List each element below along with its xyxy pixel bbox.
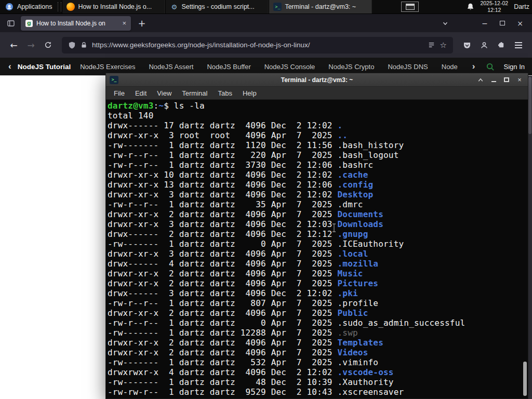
mouse-cursor-ibeam: [331, 223, 337, 232]
clock-time: 12:12: [480, 7, 508, 14]
taskbar-button-label: How to Install Node.js o...: [78, 3, 161, 10]
terminal-line: drwx------ 17 dartz dartz 4096 Dec 2 12:…: [108, 121, 528, 130]
bookmark-star-icon[interactable]: ☆: [440, 41, 447, 50]
url-bar[interactable]: https://www.geeksforgeeks.org/node-js/in…: [62, 37, 453, 54]
firefox-icon: [66, 3, 75, 11]
sitenav-item[interactable]: NodeJS DNS: [388, 63, 428, 71]
menu-file[interactable]: File: [109, 89, 130, 97]
sign-in-button[interactable]: Sign In: [504, 63, 525, 71]
list-all-tabs-chevron-icon[interactable]: [437, 17, 453, 30]
top-panel: Applications How to Install Node.js o...…: [0, 0, 532, 14]
panel-clock[interactable]: 2025-12-02 12:12: [480, 0, 508, 13]
lock-icon[interactable]: [81, 41, 87, 49]
file-meta: drwxr-xr-x 3 dartz dartz 4096 Apr 7 2025: [108, 249, 337, 259]
nav-scroll-left-icon[interactable]: ‹: [7, 61, 12, 72]
terminal-line: -rw------- 1 dartz dartz 12288 Apr 7 202…: [108, 328, 528, 338]
file-meta: drwx------ 17 dartz dartz 4096 Dec 2 12:…: [108, 121, 337, 130]
applications-icon: [5, 3, 14, 11]
file-name: .local: [337, 249, 368, 259]
file-meta: -rw-rw-r-- 1 dartz dartz 9529 Dec 2 10:4…: [108, 387, 337, 397]
taskbar-button[interactable]: ⚙Settings - codium script...: [165, 0, 269, 14]
sitenav-primary-link[interactable]: NodeJS Tutorial: [18, 63, 71, 71]
panel-status-area: 2025-12-02 12:12 Dartz: [467, 0, 532, 14]
sitenav-item[interactable]: NodeJS Console: [264, 63, 315, 71]
terminal-scrollbar-thumb[interactable]: [523, 362, 527, 396]
file-name: Pictures: [337, 278, 378, 288]
tracking-shield-icon[interactable]: [68, 41, 76, 49]
extensions-icon[interactable]: [493, 37, 510, 54]
account-icon[interactable]: [475, 37, 493, 54]
url-text[interactable]: https://www.geeksforgeeks.org/node-js/in…: [92, 41, 423, 49]
terminal-line: drwx------ 4 dartz dartz 4096 Apr 7 2025…: [108, 259, 528, 269]
sitenav-item[interactable]: NodeJS Crypto: [328, 63, 374, 71]
sitenav-item[interactable]: NodeJS Assert: [149, 63, 193, 71]
taskbar-button[interactable]: How to Install Node.js o...: [62, 0, 165, 14]
shade-button[interactable]: [476, 75, 485, 84]
menu-terminal[interactable]: Terminal: [177, 89, 212, 97]
window-maximize-button[interactable]: [494, 17, 511, 30]
terminal-menubar: FileEditViewTerminalTabsHelp: [106, 87, 528, 100]
sitenav-item[interactable]: NodeJS Buffer: [207, 63, 250, 71]
file-name: .dmrc: [337, 200, 363, 209]
tray-terminal-launcher[interactable]: [401, 2, 419, 12]
minimize-icon: [491, 81, 496, 82]
nav-scroll-right-icon[interactable]: ›: [471, 61, 476, 72]
tab-title: How to Install Node.js on: [36, 20, 118, 27]
sitenav-item[interactable]: Node: [442, 63, 458, 71]
window-controls: − ×: [437, 17, 529, 30]
terminal-line: -rw------- 1 dartz dartz 48 Dec 2 10:39 …: [108, 377, 528, 387]
new-tab-button[interactable]: +: [134, 17, 150, 30]
navigation-toolbar: ← → https://www.geeksforgeeks.org/node-j…: [0, 32, 532, 58]
file-name: .Xauthority: [337, 377, 393, 387]
maximize-button[interactable]: [502, 75, 511, 84]
tab-close-icon[interactable]: ×: [122, 19, 126, 27]
terminal-line: drwxr-xr-x 2 dartz dartz 4096 Apr 7 2025…: [108, 338, 528, 348]
menu-tabs[interactable]: Tabs: [212, 89, 237, 97]
pocket-icon[interactable]: [458, 37, 475, 54]
page-scrollbar[interactable]: [528, 76, 532, 399]
sitenav-item[interactable]: NodeJS Exercises: [80, 63, 135, 71]
menu-help[interactable]: Help: [237, 89, 262, 97]
sitenav-right: › Sign In: [467, 61, 525, 72]
file-name: ..: [337, 130, 348, 140]
file-name: .viminfo: [337, 357, 378, 367]
file-name: .swp: [337, 328, 357, 338]
terminal-titlebar[interactable]: >_ Terminal - dartz@vm3: ~ ×: [106, 73, 528, 87]
file-name: .bashrc: [337, 160, 373, 170]
window-close-button[interactable]: ×: [511, 17, 529, 30]
taskbar-button-label: Terminal - dartz@vm3: ~: [285, 3, 367, 10]
terminal-line: -rw------- 1 dartz dartz 0 Apr 7 2025 .I…: [108, 239, 528, 249]
user-menu[interactable]: Dartz: [514, 3, 529, 10]
file-name: .bash_logout: [337, 150, 398, 160]
file-name: Public: [337, 308, 368, 318]
search-icon[interactable]: [486, 62, 495, 71]
terminal-line: drwxr-xr-x 10 dartz dartz 4096 Dec 2 12:…: [108, 170, 528, 180]
browser-tab[interactable]: g How to Install Node.js on ×: [21, 16, 131, 31]
terminal-prompt-line: dartz@vm3:~$ ls -la: [108, 101, 528, 111]
notification-bell-icon[interactable]: [467, 3, 474, 11]
minimize-button[interactable]: [489, 75, 498, 84]
menu-edit[interactable]: Edit: [130, 89, 152, 97]
reader-mode-icon[interactable]: [428, 41, 435, 49]
menu-view[interactable]: View: [152, 89, 177, 97]
file-name: Documents: [337, 209, 383, 219]
page-scrollbar-thumb[interactable]: [528, 77, 531, 134]
terminal-line: drwxr-xr-x 3 dartz dartz 4096 Dec 2 12:0…: [108, 219, 528, 229]
file-meta: drwxr-xr-x 13 dartz dartz 4096 Dec 2 12:…: [108, 180, 337, 190]
panel-handle: [58, 2, 61, 11]
menu-button[interactable]: [510, 37, 527, 54]
file-meta: drwxr-xr-x 10 dartz dartz 4096 Dec 2 12:…: [108, 170, 337, 180]
close-button[interactable]: ×: [515, 75, 524, 84]
taskbar-button[interactable]: >_Terminal - dartz@vm3: ~: [269, 0, 372, 14]
window-minimize-button[interactable]: −: [476, 17, 494, 30]
forward-button[interactable]: →: [22, 37, 39, 54]
applications-menu-button[interactable]: Applications: [0, 0, 57, 14]
terminal-line: drwxr-xr-x 2 dartz dartz 4096 Apr 7 2025…: [108, 348, 528, 357]
reload-button[interactable]: [39, 37, 57, 54]
file-meta: drwx------ 3 dartz dartz 4096 Dec 2 12:0…: [108, 288, 337, 298]
terminal-content[interactable]: dartz@vm3:~$ ls -latotal 140drwx------ 1…: [106, 100, 528, 398]
firefox-view-icon[interactable]: [3, 17, 19, 30]
back-button[interactable]: ←: [5, 37, 22, 54]
file-name: .cache: [337, 170, 368, 180]
file-meta: drwxr-xr-x 3 dartz dartz 4096 Dec 2 12:0…: [108, 219, 337, 229]
